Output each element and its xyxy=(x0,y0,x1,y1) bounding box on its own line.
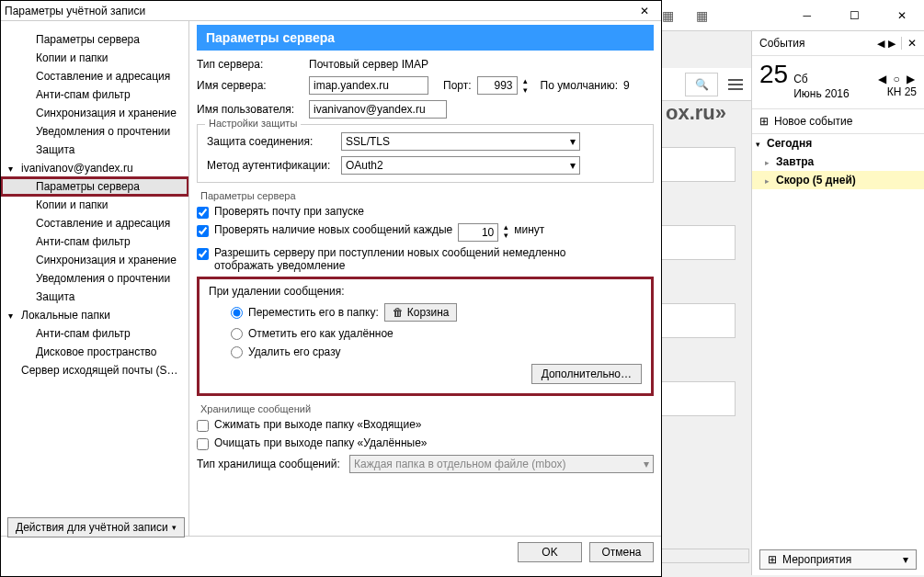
sidebar-item[interactable]: Уведомления о прочтении xyxy=(1,269,188,288)
auth-value: OAuth2 xyxy=(346,159,383,172)
sidebar-item-outgoing[interactable]: Сервер исходящей почты (S… xyxy=(1,361,188,379)
spinner-icon[interactable]: ▴▾ xyxy=(523,76,528,95)
trash-folder-button[interactable]: 🗑Корзина xyxy=(384,303,458,322)
chevron-down-icon: ▾ xyxy=(8,311,13,321)
conn-security-select[interactable]: SSL/TLS▾ xyxy=(341,132,580,151)
calendar-date-block: 25 Сб Июнь 2016 ◀ ○ ▶ КН 25 xyxy=(752,56,924,109)
delete-behaviour-group: При удалении сообщения: Переместить его … xyxy=(197,277,654,396)
sidebar-item[interactable]: Копии и папки xyxy=(1,49,188,67)
dialog-close-button[interactable]: ✕ xyxy=(632,3,657,19)
interval-input[interactable] xyxy=(458,223,498,242)
chevron-right-icon: ▸ xyxy=(765,176,770,186)
cal-section-tomorrow[interactable]: ▸ Завтра xyxy=(752,153,924,171)
security-group: Настройки защиты Защита соединения: SSL/… xyxy=(197,124,654,183)
new-event-label: Новое событие xyxy=(774,115,852,128)
port-label: Порт: xyxy=(443,79,472,92)
trash-icon: 🗑 xyxy=(393,306,404,319)
chevron-down-icon: ▾ xyxy=(8,164,13,174)
chevron-down-icon: ▾ xyxy=(644,458,649,470)
dialog-title: Параметры учётной записи xyxy=(5,5,145,17)
account-label: ivanivanov@yandex.ru xyxy=(21,162,133,175)
sidebar-item[interactable]: Защита xyxy=(1,141,188,159)
chk-interval-label-b: минут xyxy=(514,223,544,236)
sidebar-item[interactable]: Анти-спам фильтр xyxy=(1,85,188,104)
account-node[interactable]: ▾ivanivanov@yandex.ru xyxy=(1,159,188,177)
search-icon: 🔍 xyxy=(695,78,709,91)
events-title: События xyxy=(759,37,805,50)
cal-bottom-label: Мероприятия xyxy=(782,553,851,566)
next-icon[interactable]: ▶ xyxy=(888,38,895,50)
local-folders-node[interactable]: ▾Локальные папки xyxy=(1,306,188,324)
calendar-plus-icon: ⊞ xyxy=(759,115,769,128)
chk-empty-trash[interactable] xyxy=(197,438,209,450)
conn-sec-label: Защита соединения: xyxy=(207,135,336,148)
chk-compact[interactable] xyxy=(197,420,209,432)
close-window-button[interactable]: ✕ xyxy=(889,5,915,27)
cal-section-today[interactable]: ▾ Сегодня xyxy=(752,134,924,153)
sidebar-item[interactable]: Копии и папки xyxy=(1,196,188,214)
menu-button[interactable] xyxy=(724,73,747,96)
nav-today-icons[interactable]: ◀ ○ ▶ xyxy=(878,73,917,85)
chk-push[interactable] xyxy=(197,248,209,260)
storage-type-select: Каждая папка в отдельном файле (mbox)▾ xyxy=(349,455,654,473)
advanced-button[interactable]: Дополнительно… xyxy=(531,364,642,384)
auth-method-select[interactable]: OAuth2▾ xyxy=(341,156,580,175)
radio-move-to-folder[interactable] xyxy=(231,307,243,319)
cal-section-soon[interactable]: ▸ Скоро (5 дней) xyxy=(752,171,924,189)
account-settings-dialog: Параметры учётной записи ✕ ▾ Параметры с… xyxy=(0,0,662,577)
sidebar-item[interactable]: Уведомления о прочтении xyxy=(1,122,188,141)
dialog-titlebar: Параметры учётной записи ✕ xyxy=(1,1,661,21)
chk-compact-label: Сжимать при выходе папку «Входящие» xyxy=(214,418,422,431)
sidebar-item[interactable]: Составление и адресация xyxy=(1,214,188,232)
cancel-button[interactable]: Отмена xyxy=(589,542,654,562)
prev-icon[interactable]: ◀ xyxy=(877,38,884,50)
minimize-button[interactable]: ─ xyxy=(794,5,820,27)
close-cal-icon[interactable]: ✕ xyxy=(907,37,917,50)
sidebar-item[interactable]: Анти-спам фильтр xyxy=(1,232,188,251)
server-type-label: Тип сервера: xyxy=(197,58,303,71)
server-params-title: Параметры сервера xyxy=(200,190,654,201)
sidebar-item[interactable]: Защита xyxy=(1,288,188,306)
username-input[interactable] xyxy=(309,100,447,119)
form-header: Параметры сервера xyxy=(197,25,654,51)
sidebar-item[interactable]: Синхронизация и хранение xyxy=(1,251,188,269)
radio-mark-label: Отметить его как удалённое xyxy=(248,327,394,340)
chk-interval-label-a: Проверять наличие новых сообщений каждые xyxy=(214,223,452,236)
maximize-button[interactable]: ☐ xyxy=(842,5,868,27)
tomorrow-label: Завтра xyxy=(776,155,814,168)
account-actions-button[interactable]: Действия для учётной записи ▾ xyxy=(7,517,185,537)
chk-startup[interactable] xyxy=(197,207,209,219)
radio-del-label: Удалить его сразу xyxy=(248,345,341,358)
sidebar-item[interactable]: Дисковое пространство xyxy=(1,343,188,361)
form-area: Параметры сервера Тип сервера: Почтовый … xyxy=(189,21,661,536)
sidebar-item[interactable]: Составление и адресация xyxy=(1,67,188,85)
ok-button[interactable]: OK xyxy=(518,542,582,562)
today-label: Сегодня xyxy=(767,137,812,150)
conn-sec-value: SSL/TLS xyxy=(346,135,390,148)
chevron-down-icon: ▾ xyxy=(570,159,576,172)
radio-mark-deleted[interactable] xyxy=(231,328,243,340)
sidebar-item[interactable]: Синхронизация и хранение xyxy=(1,104,188,122)
cal-icon-2: ▦ xyxy=(696,8,708,23)
cal-icon-1: ▦ xyxy=(662,8,674,23)
chk-interval[interactable] xyxy=(197,225,209,237)
server-name-input[interactable] xyxy=(309,76,428,95)
sidebar-item[interactable]: Анти-спам фильтр xyxy=(1,324,188,343)
security-group-title: Настройки защиты xyxy=(205,118,301,129)
new-event-button[interactable]: ⊞ Новое событие xyxy=(752,109,924,134)
chk-push-label: Разрешить серверу при поступлении новых … xyxy=(214,246,565,272)
spinner-icon[interactable]: ▴▾ xyxy=(504,223,508,240)
port-input[interactable] xyxy=(477,76,518,95)
sidebar-item-server-settings[interactable]: Параметры сервера xyxy=(1,177,188,196)
storage-group-title: Хранилище сообщений xyxy=(200,403,654,414)
chevron-down-icon: ▾ xyxy=(903,553,908,566)
port-default-label: По умолчанию: xyxy=(541,79,619,92)
server-name-label: Имя сервера: xyxy=(197,79,303,92)
bg-box xyxy=(662,147,736,182)
bg-scrollbar[interactable] xyxy=(662,549,749,563)
radio-delete-now[interactable] xyxy=(231,346,243,358)
sidebar-item[interactable]: Параметры сервера xyxy=(1,30,188,49)
cal-bottom-button[interactable]: ⊞ Мероприятия ▾ xyxy=(759,549,917,570)
server-type-value: Почтовый сервер IMAP xyxy=(309,58,428,71)
search-button[interactable]: 🔍 xyxy=(685,73,718,96)
